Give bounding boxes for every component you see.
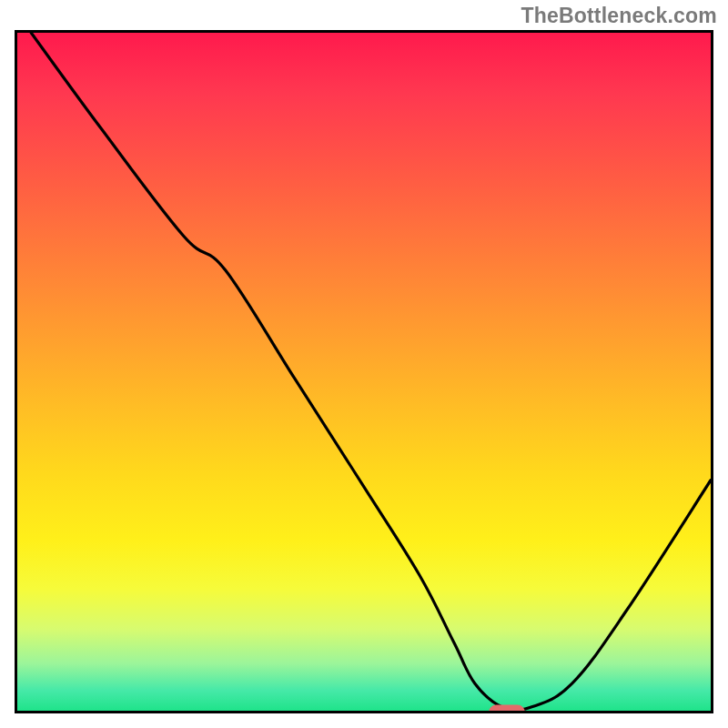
curve-svg xyxy=(17,33,711,711)
chart-container: TheBottleneck.com xyxy=(0,0,728,728)
watermark-text: TheBottleneck.com xyxy=(521,4,717,28)
optimal-marker xyxy=(489,705,525,713)
plot-area xyxy=(15,30,713,713)
bottleneck-curve xyxy=(31,33,711,711)
